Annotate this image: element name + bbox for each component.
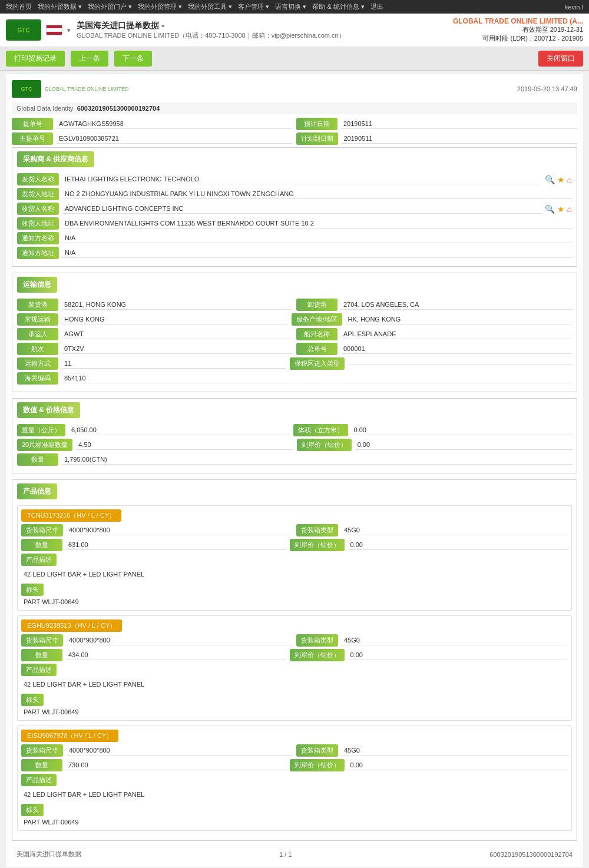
nav-trade-data[interactable]: 我的外贸数据 ▾ [38,2,82,11]
container-2-mark-label: 标头 [21,694,44,706]
buyer-supplier-section: 采购商 & 供应商信息 发货人名称 IETHAI LIGHTING ELECTR… [12,147,577,267]
validity-date: 有效期至 2019-12-31 [453,25,583,34]
pagination-source: 美国海关进口提单数据 [16,850,81,859]
volume-value: 0.00 [352,425,573,435]
shipper-name-value: IETHAI LIGHTING ELECTRONIC TECHNOLO [62,174,541,184]
container-2-price-value: 0.00 [348,650,568,660]
shipper-addr-label: 发货人地址 [17,188,59,200]
nav-logout[interactable]: 退出 [370,2,383,11]
container-3-qty-row: 数量 730.00 到岸价（钻价） 0.00 [21,759,568,771]
star-icon-2[interactable]: ★ [557,204,565,214]
bonded-label: 保税区进入类型 [290,357,345,370]
header-right-info: GLOBAL TRADE ONLINE LIMITED (A... 有效期至 2… [453,17,583,43]
logistics-body: 装货港 58201, HONG KONG 卸货港 2704, LOS ANGEL… [12,296,577,392]
logo-area: GTC ▾ [6,19,71,41]
notify-name-row: 通知方名称 N/A [17,232,572,244]
bill-count-value: 000001 [341,344,572,354]
weight-value: 6,050.00 [69,425,290,435]
container-2: EGHU9239513（HV / L / CY） 货装箱尺寸 4000*900*… [17,615,572,721]
nav-trade-mgmt[interactable]: 我的外贸管理 ▾ [138,2,182,11]
master-bill-label: 主提单号 [12,132,53,145]
quantity-price-section-header: 数值 & 价格信息 [17,402,80,418]
top-navigation: 我的首页 我的外贸数据 ▾ 我的外贸门户 ▾ 我的外贸管理 ▾ 我的外贸工具 ▾… [0,0,589,14]
customs-code-label: 海关编码 [17,372,58,385]
container-3-desc-value: 42 LED LIGHT BAR + LED LIGHT PANEL [21,790,568,799]
container-2-qty-row: 数量 434.00 到岸价（钻价） 0.00 [21,649,568,661]
volume-label: 体积（立方米） [293,424,348,436]
transport-mode-row: 运输方式 11 保税区进入类型 [17,357,572,370]
container-3-desc-label: 产品描述 [21,774,57,786]
container-transport-label: 常规运输 [17,313,58,326]
service-region-label: 服务产地/地区 [292,313,342,326]
departure-label: 装货港 [17,299,58,311]
consignee-name-label: 收货人名称 [17,203,59,215]
container-1-qty-label: 数量 [21,539,62,551]
prev-button[interactable]: 上一条 [71,51,108,67]
consignee-addr-row: 收货人地址 DBA ENVIRONMENTALLIGHTS COM 11235 … [17,217,572,230]
record-logo-subtitle: GLOBAL TRADE ONLINE LIMITED [45,86,129,92]
site-name: GLOBAL TRADE ONLINE LIMITED (A... [453,17,583,25]
container-1-size-row: 货装箱尺寸 4000*900*800 货装箱类型 45G0 [21,524,568,536]
container-1-size-value: 4000*900*800 [67,525,293,535]
us-flag-icon [46,25,62,35]
container-1-size-label: 货装箱尺寸 [21,524,63,536]
teu-label: 20尺标准箱数量 [17,439,72,451]
pagination-id: 60032019051300000192704 [489,851,573,858]
vessel-value: APL ESPLANADE [341,329,572,339]
container-3-badge: EISU9067978（HV / L / CY） [21,730,118,742]
nav-customer-mgmt[interactable]: 客户管理 ▾ [238,2,269,11]
nav-language[interactable]: 语言切换 ▾ [275,2,306,11]
vessel-label: 船只名称 [296,328,337,340]
bill-no-label: 提单号 [12,118,53,130]
departure-value: 58201, HONG KONG [62,300,293,310]
home-icon[interactable]: ⌂ [567,175,572,184]
quantity-price-section: 数值 & 价格信息 重量（公斤） 6,050.00 体积（立方米） 0.00 2… [12,398,577,473]
notify-addr-row: 通知方地址 N/A [17,247,572,259]
search-icon-2[interactable]: 🔍 [545,204,555,214]
container-2-desc-label: 产品描述 [21,664,57,676]
bonded-value [348,362,573,365]
voyage-value: 0TX2V [62,344,293,354]
logistics-section: 运输信息 装货港 58201, HONG KONG 卸货港 2704, LOS … [12,273,577,392]
notify-addr-label: 通知方地址 [17,247,59,259]
shipper-actions: 🔍 ★ ⌂ [545,175,572,184]
container-1-price-label: 到岸价（钻价） [290,539,345,551]
search-icon[interactable]: 🔍 [545,175,555,184]
container-2-size-value: 4000*900*800 [67,635,293,645]
pagination-page: 1 / 1 [279,851,292,858]
declared-price-value: 0.00 [355,440,572,450]
weight-row: 重量（公斤） 6,050.00 体积（立方米） 0.00 [17,424,572,436]
nav-home[interactable]: 我的首页 [6,2,32,11]
container-2-type-label: 货装箱类型 [296,634,338,647]
container-2-mark-value: PART WLJT-00649 [21,707,568,717]
container-1-mark-label: 标头 [21,584,44,596]
carrier-row: 承运人 AGWT 船只名称 APL ESPLANADE [17,328,572,340]
carrier-value: AGWT [62,329,293,339]
container-1-type-label: 货装箱类型 [296,524,338,536]
bill-count-label: 总单号 [296,343,337,355]
consignee-name-row: 收货人名称 ADVANCED LIGHTING CONCEPTS INC 🔍 ★… [17,203,572,215]
close-button[interactable]: 关闭窗口 [538,51,583,67]
container-3: EISU9067978（HV / L / CY） 货装箱尺寸 4000*900*… [17,725,572,831]
global-data-identity-row: Global Data Identity 6003201905130000019… [12,102,577,114]
print-button[interactable]: 打印贸易记录 [6,51,65,67]
buyer-supplier-section-header: 采购商 & 供应商信息 [17,151,94,167]
bill-no-row: 提单号 AGWTAGHKGS59958 预计日期 20190511 [12,118,577,130]
next-button[interactable]: 下一条 [114,51,152,67]
star-icon[interactable]: ★ [557,175,565,184]
global-data-identity-label: Global Data Identity [16,105,74,112]
carrier-label: 承运人 [17,328,58,340]
nav-links: 我的首页 我的外贸数据 ▾ 我的外贸门户 ▾ 我的外贸管理 ▾ 我的外贸工具 ▾… [6,2,383,11]
nav-trade-tools[interactable]: 我的外贸工具 ▾ [188,2,232,11]
consignee-name-value: ADVANCED LIGHTING CONCEPTS INC [62,204,541,214]
nav-trade-portal[interactable]: 我的外贸门户 ▾ [88,2,132,11]
home-icon-2[interactable]: ⌂ [567,204,572,214]
container-1-desc-value: 42 LED LIGHT BAR + LED LIGHT PANEL [21,569,568,579]
nav-help[interactable]: 帮助 & 统计信息 ▾ [312,2,365,11]
shipper-name-row: 发货人名称 IETHAI LIGHTING ELECTRONIC TECHNOL… [17,173,572,185]
container-3-type-value: 45G0 [342,746,568,756]
global-data-identity-value: 60032019051300000192704 [77,105,160,112]
page-title: 美国海关进口提单数据 - [77,21,453,31]
master-bill-value: EGLV010900385721 [57,134,293,144]
current-user: kevin.l [565,4,583,11]
